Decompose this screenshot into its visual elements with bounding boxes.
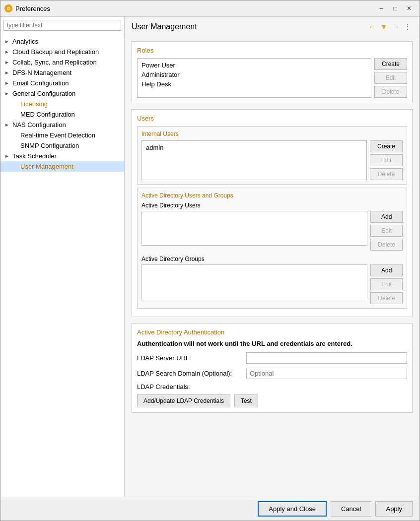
internal-users-section: Internal Users admin Create Edit Delete <box>137 126 407 185</box>
sidebar-item-label: Real-time Event Detection <box>20 131 95 139</box>
ad-users-list[interactable] <box>141 211 367 246</box>
auth-section-title: Active Directory Authentication <box>137 328 407 336</box>
sidebar-item-analytics[interactable]: ► Analytics <box>0 36 124 47</box>
sidebar-item-label: Analytics <box>12 38 38 45</box>
back-button[interactable]: ← <box>367 22 377 32</box>
arrow-icon: ► <box>4 39 10 44</box>
ad-users-add-button[interactable]: Add <box>370 211 403 223</box>
sidebar-item-label: Task Scheduler <box>12 152 57 160</box>
arrow-icon: ► <box>4 49 10 55</box>
cancel-button[interactable]: Cancel <box>331 501 371 517</box>
panel-header: User Management ← ▼ → ⋮ <box>125 17 420 36</box>
ad-users-row: Add Edit Delete <box>141 211 403 251</box>
preferences-window: ⚙ Preferences – □ ✕ ► Analytics ► Cloud … <box>0 0 420 521</box>
minimize-button[interactable]: – <box>375 3 388 13</box>
add-credentials-button[interactable]: Add/Update LDAP Credentials <box>137 394 230 407</box>
sidebar-item-task[interactable]: ► Task Scheduler <box>0 151 124 161</box>
ldap-domain-row: LDAP Search Domain (Optional): <box>137 368 407 379</box>
arrow-icon: ► <box>4 70 10 75</box>
app-icon: ⚙ <box>4 4 12 12</box>
apply-close-button[interactable]: Apply and Close <box>258 501 327 517</box>
ldap-domain-label: LDAP Search Domain (Optional): <box>137 370 246 377</box>
ad-groups-list[interactable] <box>141 264 367 299</box>
sidebar-item-label: Cloud Backup and Replication <box>12 48 99 56</box>
ad-groups-add-button[interactable]: Add <box>370 264 403 276</box>
right-panel: User Management ← ▼ → ⋮ Roles Power User… <box>125 17 420 497</box>
arrow-icon: ► <box>4 80 10 86</box>
ad-groups-delete-button[interactable]: Delete <box>370 292 403 304</box>
ad-groups-row: Add Edit Delete <box>141 264 403 304</box>
sidebar-item-nas[interactable]: ► NAS Configuration <box>0 120 124 130</box>
ad-groups-buttons: Add Edit Delete <box>370 264 403 304</box>
ad-section-title: Active Directory Users and Groups <box>141 192 403 199</box>
sidebar-item-cloud-backup[interactable]: ► Cloud Backup and Replication <box>0 47 124 57</box>
list-item[interactable]: Help Desk <box>140 79 369 89</box>
sidebar-item-label: Email Configuration <box>12 79 69 87</box>
test-button[interactable]: Test <box>234 394 258 407</box>
ad-users-buttons: Add Edit Delete <box>370 211 403 251</box>
ldap-url-row: LDAP Server URL: <box>137 352 407 364</box>
roles-list-row: Power User Administrator Help Desk Creat… <box>137 58 407 98</box>
internal-edit-button[interactable]: Edit <box>370 154 403 166</box>
sidebar-item-collab[interactable]: ► Collab, Sync, and Replication <box>0 57 124 67</box>
ldap-url-input[interactable] <box>246 352 407 364</box>
sidebar-item-label: Collab, Sync, and Replication <box>12 59 97 66</box>
sidebar-item-snmp[interactable]: SNMP Configuration <box>0 140 124 151</box>
roles-delete-button[interactable]: Delete <box>374 86 407 98</box>
ldap-credentials-row: LDAP Credentials: <box>137 383 407 391</box>
sidebar-item-label: User Management <box>20 163 73 170</box>
internal-users-title: Internal Users <box>141 130 403 137</box>
list-item[interactable]: admin <box>144 143 364 152</box>
roles-section: Roles Power User Administrator Help Desk… <box>132 41 413 103</box>
internal-delete-button[interactable]: Delete <box>370 168 403 180</box>
ad-groups-edit-button[interactable]: Edit <box>370 278 403 290</box>
arrow-icon: ► <box>4 122 10 128</box>
arrow-icon: ► <box>4 153 10 159</box>
users-section-title: Users <box>137 115 407 122</box>
list-item[interactable]: Power User <box>140 61 369 70</box>
ad-users-subsection: Active Directory Users Add Edit Delete <box>141 202 403 251</box>
sidebar-item-med[interactable]: MED Configuration <box>0 109 124 120</box>
more-button[interactable]: ⋮ <box>403 22 413 32</box>
sidebar-item-label: NAS Configuration <box>12 121 66 129</box>
sidebar-item-general[interactable]: ► General Configuration <box>0 88 124 99</box>
roles-list-box[interactable]: Power User Administrator Help Desk <box>137 58 371 98</box>
sidebar-item-user-mgmt[interactable]: User Management <box>0 161 124 172</box>
roles-create-button[interactable]: Create <box>374 58 407 70</box>
list-item[interactable]: Administrator <box>140 70 369 79</box>
roles-edit-button[interactable]: Edit <box>374 72 407 84</box>
title-bar: ⚙ Preferences – □ ✕ <box>0 0 420 17</box>
auth-actions: Add/Update LDAP Credentials Test <box>137 394 407 407</box>
search-box <box>0 17 124 34</box>
arrow-icon: ► <box>4 91 10 96</box>
close-button[interactable]: ✕ <box>403 3 416 13</box>
ldap-domain-input[interactable] <box>246 368 407 379</box>
panel-title: User Management <box>132 22 197 31</box>
sidebar-item-realtime[interactable]: Real-time Event Detection <box>0 130 124 140</box>
sidebar-item-label: General Configuration <box>12 90 75 97</box>
internal-users-row: admin Create Edit Delete <box>141 140 403 180</box>
apply-button[interactable]: Apply <box>375 501 413 517</box>
sidebar-item-email[interactable]: ► Email Configuration <box>0 78 124 88</box>
arrow-icon: ► <box>4 60 10 65</box>
dropdown-button[interactable]: ▼ <box>379 22 389 32</box>
panel-body: Roles Power User Administrator Help Desk… <box>125 36 420 497</box>
roles-section-title: Roles <box>137 47 407 54</box>
main-content: ► Analytics ► Cloud Backup and Replicati… <box>0 17 420 497</box>
title-bar-left: ⚙ Preferences <box>4 4 50 12</box>
window-title: Preferences <box>15 5 50 12</box>
ad-users-edit-button[interactable]: Edit <box>370 225 403 237</box>
sidebar-item-label: SNMP Configuration <box>20 142 79 149</box>
maximize-button[interactable]: □ <box>389 3 402 13</box>
sidebar-item-label: DFS-N Management <box>12 69 71 76</box>
ad-groups-title: Active Directory Groups <box>141 256 403 262</box>
sidebar-tree: ► Analytics ► Cloud Backup and Replicati… <box>0 34 124 497</box>
ad-users-delete-button[interactable]: Delete <box>370 239 403 251</box>
internal-create-button[interactable]: Create <box>370 140 403 152</box>
sidebar-item-dfs[interactable]: ► DFS-N Management <box>0 67 124 78</box>
search-input[interactable] <box>3 20 121 31</box>
users-section: Users Internal Users admin Create Edit D… <box>132 109 413 317</box>
forward-button[interactable]: → <box>391 22 401 32</box>
internal-users-list[interactable]: admin <box>141 140 367 180</box>
sidebar-item-licensing[interactable]: Licensing <box>0 99 124 109</box>
